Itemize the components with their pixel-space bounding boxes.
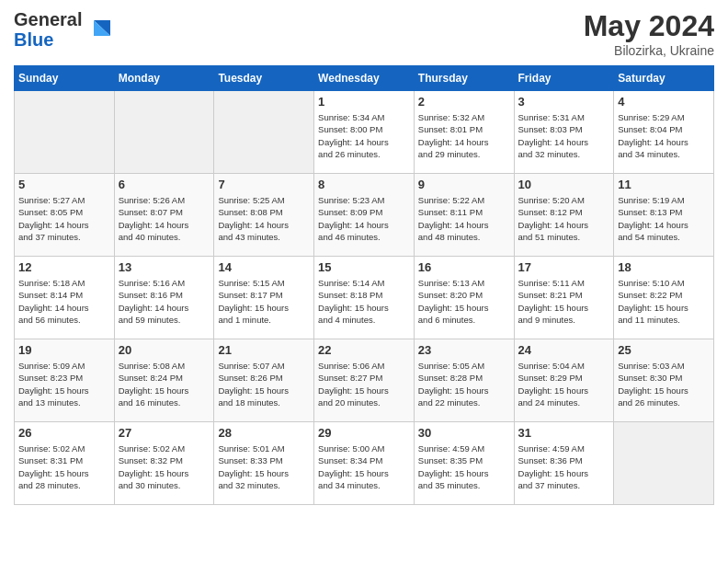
day-cell: 11Sunrise: 5:19 AM Sunset: 8:13 PM Dayli…	[614, 174, 714, 257]
day-number: 8	[318, 178, 410, 191]
day-info: Sunrise: 5:08 AM Sunset: 8:24 PM Dayligh…	[119, 360, 210, 408]
day-number: 10	[518, 178, 610, 191]
day-number: 15	[318, 260, 410, 274]
day-header-sunday: Sunday	[15, 66, 115, 91]
day-info: Sunrise: 5:32 AM Sunset: 8:01 PM Dayligh…	[418, 111, 510, 160]
day-number: 21	[218, 343, 310, 357]
day-info: Sunrise: 5:14 AM Sunset: 8:18 PM Dayligh…	[318, 277, 410, 326]
day-cell: 8Sunrise: 5:23 AM Sunset: 8:09 PM Daylig…	[314, 174, 415, 257]
day-cell: 23Sunrise: 5:05 AM Sunset: 8:28 PM Dayli…	[414, 339, 514, 422]
day-number: 16	[418, 260, 510, 274]
day-info: Sunrise: 5:16 AM Sunset: 8:16 PM Dayligh…	[119, 277, 210, 326]
day-number: 18	[618, 260, 710, 274]
day-number: 13	[119, 260, 210, 274]
day-header-friday: Friday	[514, 66, 614, 91]
day-cell: 10Sunrise: 5:20 AM Sunset: 8:12 PM Dayli…	[514, 174, 614, 257]
day-cell: 19Sunrise: 5:09 AM Sunset: 8:23 PM Dayli…	[15, 339, 115, 422]
day-cell: 2Sunrise: 5:32 AM Sunset: 8:01 PM Daylig…	[414, 91, 514, 174]
day-number: 30	[418, 426, 510, 440]
day-number: 12	[18, 260, 110, 274]
month-title: May 2024	[584, 9, 714, 43]
day-cell	[15, 91, 115, 174]
day-number: 19	[18, 343, 110, 357]
day-cell: 22Sunrise: 5:06 AM Sunset: 8:27 PM Dayli…	[314, 339, 415, 422]
day-cell: 27Sunrise: 5:02 AM Sunset: 8:32 PM Dayli…	[114, 422, 214, 505]
title-block: May 2024 Bilozirka, Ukraine	[584, 9, 714, 58]
day-header-saturday: Saturday	[614, 66, 714, 91]
day-info: Sunrise: 5:25 AM Sunset: 8:08 PM Dayligh…	[218, 194, 310, 243]
day-info: Sunrise: 5:09 AM Sunset: 8:23 PM Dayligh…	[18, 360, 110, 408]
day-header-thursday: Thursday	[414, 66, 514, 91]
day-cell: 18Sunrise: 5:10 AM Sunset: 8:22 PM Dayli…	[614, 257, 714, 339]
day-info: Sunrise: 5:07 AM Sunset: 8:26 PM Dayligh…	[218, 360, 310, 408]
week-row-2: 5Sunrise: 5:27 AM Sunset: 8:05 PM Daylig…	[15, 174, 714, 257]
day-cell: 24Sunrise: 5:04 AM Sunset: 8:29 PM Dayli…	[514, 339, 614, 422]
day-info: Sunrise: 5:15 AM Sunset: 8:17 PM Dayligh…	[218, 277, 310, 326]
day-info: Sunrise: 5:05 AM Sunset: 8:28 PM Dayligh…	[418, 360, 510, 408]
header-row: SundayMondayTuesdayWednesdayThursdayFrid…	[15, 66, 714, 91]
page-header: General Blue May 2024 Bilozirka, Ukraine	[14, 9, 714, 58]
day-info: Sunrise: 5:04 AM Sunset: 8:29 PM Dayligh…	[518, 360, 610, 408]
day-number: 9	[418, 178, 510, 191]
logo: General Blue	[14, 9, 112, 50]
day-number: 22	[318, 343, 410, 357]
day-info: Sunrise: 5:18 AM Sunset: 8:14 PM Dayligh…	[18, 277, 110, 326]
day-cell	[214, 91, 314, 174]
day-number: 11	[618, 178, 710, 191]
day-number: 5	[18, 178, 110, 191]
day-info: Sunrise: 5:02 AM Sunset: 8:32 PM Dayligh…	[119, 442, 210, 491]
day-number: 6	[119, 178, 210, 191]
day-info: Sunrise: 5:19 AM Sunset: 8:13 PM Dayligh…	[618, 194, 710, 243]
day-cell: 13Sunrise: 5:16 AM Sunset: 8:16 PM Dayli…	[114, 257, 214, 339]
day-cell: 29Sunrise: 5:00 AM Sunset: 8:34 PM Dayli…	[314, 422, 415, 505]
day-cell: 16Sunrise: 5:13 AM Sunset: 8:20 PM Dayli…	[414, 257, 514, 339]
logo-general-text: General	[14, 9, 82, 29]
day-cell: 4Sunrise: 5:29 AM Sunset: 8:04 PM Daylig…	[614, 91, 714, 174]
day-header-tuesday: Tuesday	[214, 66, 314, 91]
day-cell: 5Sunrise: 5:27 AM Sunset: 8:05 PM Daylig…	[15, 174, 115, 257]
day-number: 1	[318, 95, 410, 109]
day-info: Sunrise: 5:10 AM Sunset: 8:22 PM Dayligh…	[618, 277, 710, 326]
location-text: Bilozirka, Ukraine	[584, 43, 714, 58]
day-number: 25	[618, 343, 710, 357]
day-info: Sunrise: 5:11 AM Sunset: 8:21 PM Dayligh…	[518, 277, 610, 326]
day-info: Sunrise: 5:20 AM Sunset: 8:12 PM Dayligh…	[518, 194, 610, 243]
day-cell: 12Sunrise: 5:18 AM Sunset: 8:14 PM Dayli…	[15, 257, 115, 339]
day-cell: 25Sunrise: 5:03 AM Sunset: 8:30 PM Dayli…	[614, 339, 714, 422]
logo-icon	[85, 16, 112, 43]
day-cell: 1Sunrise: 5:34 AM Sunset: 8:00 PM Daylig…	[314, 91, 415, 174]
day-cell: 20Sunrise: 5:08 AM Sunset: 8:24 PM Dayli…	[114, 339, 214, 422]
day-info: Sunrise: 5:31 AM Sunset: 8:03 PM Dayligh…	[518, 111, 610, 160]
week-row-4: 19Sunrise: 5:09 AM Sunset: 8:23 PM Dayli…	[15, 339, 714, 422]
day-header-wednesday: Wednesday	[314, 66, 415, 91]
day-number: 31	[518, 426, 610, 440]
day-cell	[614, 422, 714, 505]
week-row-1: 1Sunrise: 5:34 AM Sunset: 8:00 PM Daylig…	[15, 91, 714, 174]
day-number: 7	[218, 178, 310, 191]
day-number: 14	[218, 260, 310, 274]
day-cell: 6Sunrise: 5:26 AM Sunset: 8:07 PM Daylig…	[114, 174, 214, 257]
day-info: Sunrise: 5:02 AM Sunset: 8:31 PM Dayligh…	[18, 442, 110, 491]
day-info: Sunrise: 5:01 AM Sunset: 8:33 PM Dayligh…	[218, 442, 310, 491]
day-info: Sunrise: 4:59 AM Sunset: 8:36 PM Dayligh…	[518, 442, 610, 491]
day-number: 4	[618, 95, 710, 109]
day-number: 3	[518, 95, 610, 109]
day-info: Sunrise: 5:27 AM Sunset: 8:05 PM Dayligh…	[18, 194, 110, 243]
day-info: Sunrise: 5:00 AM Sunset: 8:34 PM Dayligh…	[318, 442, 410, 491]
day-info: Sunrise: 5:06 AM Sunset: 8:27 PM Dayligh…	[318, 360, 410, 408]
day-cell: 17Sunrise: 5:11 AM Sunset: 8:21 PM Dayli…	[514, 257, 614, 339]
day-info: Sunrise: 5:34 AM Sunset: 8:00 PM Dayligh…	[318, 111, 410, 160]
day-cell: 21Sunrise: 5:07 AM Sunset: 8:26 PM Dayli…	[214, 339, 314, 422]
day-number: 17	[518, 260, 610, 274]
logo-blue-text: Blue	[14, 29, 82, 50]
day-cell	[114, 91, 214, 174]
day-cell: 9Sunrise: 5:22 AM Sunset: 8:11 PM Daylig…	[414, 174, 514, 257]
day-number: 27	[119, 426, 210, 440]
day-cell: 7Sunrise: 5:25 AM Sunset: 8:08 PM Daylig…	[214, 174, 314, 257]
day-cell: 3Sunrise: 5:31 AM Sunset: 8:03 PM Daylig…	[514, 91, 614, 174]
day-number: 23	[418, 343, 510, 357]
day-number: 28	[218, 426, 310, 440]
day-info: Sunrise: 4:59 AM Sunset: 8:35 PM Dayligh…	[418, 442, 510, 491]
day-info: Sunrise: 5:29 AM Sunset: 8:04 PM Dayligh…	[618, 111, 710, 160]
day-header-monday: Monday	[114, 66, 214, 91]
